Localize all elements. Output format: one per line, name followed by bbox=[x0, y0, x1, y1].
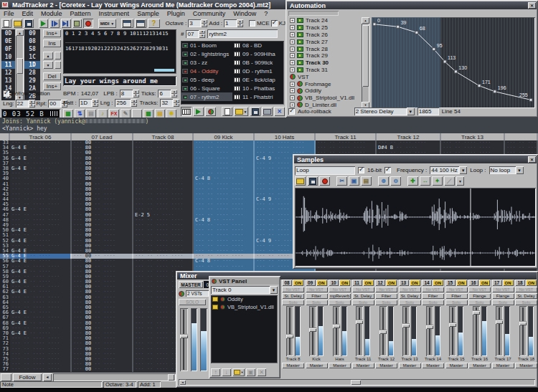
menu-item-edit[interactable]: Edit bbox=[22, 10, 34, 17]
channel-on-button[interactable]: ON bbox=[456, 279, 467, 286]
vst-save-icon[interactable]: ▣ bbox=[246, 368, 255, 376]
expander-icon[interactable]: + bbox=[290, 47, 295, 52]
order-position-item[interactable]: 13 bbox=[1, 77, 15, 85]
pattern-cell[interactable]: ··· ·· ···· ···· bbox=[505, 140, 538, 145]
pattern-cell[interactable]: ··· ·· ···· ···· bbox=[10, 362, 72, 367]
channel-output-button[interactable]: Master bbox=[422, 363, 444, 368]
channel-fader-handle[interactable] bbox=[473, 310, 480, 315]
channel-fx-button[interactable]: St. Delay bbox=[515, 293, 537, 299]
pattern-cell[interactable]: ··· ·· ···· ···· bbox=[377, 140, 441, 145]
instrument-item[interactable]: 08 - BD bbox=[232, 41, 284, 49]
automation-tree-item[interactable]: VST bbox=[288, 73, 361, 80]
order-pattern-item[interactable]: 08 bbox=[24, 37, 40, 45]
pattern-cell[interactable]: G-4 E ·· ···· bbox=[10, 259, 72, 264]
song-title-field[interactable]: Lay your wings around me bbox=[63, 76, 176, 86]
tracker-hscroll-thumb[interactable] bbox=[168, 374, 174, 381]
config-icon[interactable]: ✎ bbox=[123, 110, 128, 117]
automation-tree-item[interactable]: +Track 26 bbox=[288, 32, 361, 39]
automation-tree-item[interactable]: +Oddity bbox=[288, 87, 361, 95]
stop-button[interactable] bbox=[72, 19, 82, 28]
pattern-cell[interactable]: ··· ·· ···· ···· bbox=[10, 285, 72, 290]
frequency-dropdown-icon[interactable]: ▼ bbox=[459, 166, 467, 174]
play-pattern-button[interactable] bbox=[49, 19, 60, 28]
channel-solo-button[interactable]: Solo bbox=[515, 300, 537, 305]
pattern-cell[interactable]: ··· ·· ···· ···· bbox=[10, 357, 72, 362]
master-solo-button[interactable]: SOLO bbox=[179, 299, 206, 305]
expander-icon[interactable]: + bbox=[290, 95, 295, 100]
tracker-hscrollbar[interactable] bbox=[53, 373, 176, 381]
menu-item-pattern[interactable]: Pattern bbox=[70, 10, 91, 17]
instrument-item[interactable]: 0D - rythm1 bbox=[232, 67, 284, 75]
pattern-cell[interactable]: C-4 8 ·· ···· bbox=[194, 176, 255, 181]
instrument-item[interactable]: 02 - lightstrings bbox=[181, 49, 232, 58]
automation-tree-item[interactable]: +VB_Striptool_V1.dll bbox=[288, 95, 361, 102]
pattern-cell[interactable]: ··· 00 ·· ···· bbox=[72, 295, 133, 300]
vst-move-up-icon[interactable]: ↑ bbox=[211, 368, 220, 376]
channel-number[interactable]: 15 bbox=[445, 279, 456, 286]
order-pattern-item[interactable]: 1D bbox=[24, 61, 40, 69]
pattern-cell[interactable]: ··· ·· ···· ···· bbox=[194, 213, 255, 218]
pattern-cell[interactable]: ··· 00 ·· ···· bbox=[72, 315, 133, 320]
order-pattern-item[interactable]: 28 bbox=[24, 69, 40, 77]
stretch-icon[interactable]: ↔ bbox=[423, 178, 428, 184]
tracker-corner-button[interactable] bbox=[1, 373, 11, 381]
app-titlebar[interactable]: M MadTracker 2 - [Coretex - Lay Your Win… bbox=[0, 0, 285, 9]
pattern-cell[interactable]: ··· ·· ···· ···· bbox=[10, 315, 72, 320]
pattern-length-stepper[interactable]: 256▲▼ bbox=[115, 99, 137, 107]
zoom-in-icon[interactable]: ⊕ bbox=[381, 178, 386, 184]
channel-output-button[interactable]: Master bbox=[375, 363, 397, 368]
pattern-cell[interactable]: ··· ·· ···· ···· bbox=[194, 150, 255, 156]
pattern-cell[interactable]: ··· 00 ·· ···· bbox=[72, 264, 133, 269]
pattern-cell[interactable]: ··· 00 ·· ···· bbox=[72, 367, 133, 372]
sample-open-icon[interactable] bbox=[296, 178, 304, 184]
pattern-cell[interactable]: ··· 00 ·· ···· bbox=[72, 171, 133, 176]
order-position-item[interactable]: 0E bbox=[1, 37, 15, 45]
vst-target-select[interactable]: Track 0 ▼ bbox=[211, 286, 278, 294]
channel-fader[interactable] bbox=[379, 306, 387, 356]
vst-panel-item[interactable]: VB_Striptool_V1.dll bbox=[211, 303, 278, 311]
order-position-item[interactable]: 12 bbox=[1, 69, 15, 77]
order-pattern-item[interactable]: 58 bbox=[24, 45, 40, 53]
pattern-cell[interactable]: ··· ·· ···· ···· bbox=[194, 161, 255, 166]
tracks-stepper[interactable]: 32▲▼ bbox=[160, 99, 179, 107]
pattern-editor-icon[interactable]: ▦ bbox=[65, 110, 71, 117]
channel-fader[interactable] bbox=[356, 306, 363, 356]
automation-close-icon[interactable]: ✕ bbox=[528, 2, 536, 9]
channel-number[interactable]: 16 bbox=[468, 279, 478, 286]
track-header[interactable]: Track 13 bbox=[441, 133, 505, 140]
draw-icon[interactable]: ／ bbox=[447, 177, 453, 185]
pattern-cell[interactable]: ··· ·· ···· ···· bbox=[10, 305, 72, 310]
pattern-cell[interactable]: ··· ·· ···· ···· bbox=[133, 171, 194, 176]
expander-icon[interactable]: + bbox=[290, 53, 295, 58]
channel-output-button[interactable]: Master bbox=[399, 363, 421, 368]
pattern-cell[interactable]: ··· 80 ·· ···· bbox=[72, 259, 133, 264]
automation-tree-item[interactable]: +Track 24 bbox=[288, 17, 361, 24]
master-fader-zone[interactable] bbox=[180, 308, 207, 371]
pattern-cell[interactable]: ··· 80 ·· ···· bbox=[72, 290, 133, 295]
pattern-cell[interactable]: ··· ·· ···· ···· bbox=[133, 161, 194, 166]
sample-name-field[interactable]: Loop bbox=[295, 166, 355, 175]
play-button[interactable] bbox=[39, 19, 49, 28]
ticks-stepper[interactable]: 6▲▼ bbox=[158, 90, 177, 97]
pattern-cell[interactable]: ··· ·· ···· ···· bbox=[10, 202, 72, 207]
pattern-cell[interactable]: ··· ·· ···· ···· bbox=[10, 150, 72, 156]
menu-item-help[interactable]: ? bbox=[264, 10, 268, 17]
pattern-cell[interactable]: ··· ·· ···· ···· bbox=[10, 171, 72, 176]
pattern-cell[interactable]: ··· 80 ·· ···· bbox=[72, 207, 133, 212]
pattern-stepper[interactable]: 1D▲▼ bbox=[79, 99, 98, 107]
pattern-cell[interactable]: ··· ·· ···· ···· bbox=[133, 182, 194, 187]
mixer-scroll-left-icon[interactable]: ◄ bbox=[179, 380, 186, 385]
pattern-cell[interactable]: G-4 E ·· ···· bbox=[10, 310, 72, 315]
pattern-cell[interactable]: ··· ·· ···· ···· bbox=[133, 156, 194, 161]
automation-value-field[interactable]: 1865 bbox=[417, 107, 439, 115]
automation-tree-item[interactable]: +Track 29 bbox=[288, 52, 361, 59]
master-tab[interactable]: MASTER bbox=[179, 281, 203, 288]
pattern-cell[interactable]: ··· ·· ···· ···· bbox=[194, 145, 255, 150]
automation-graph[interactable]: 0396895113130171196255 bbox=[372, 17, 535, 108]
sample-tool-dropdown-icon[interactable]: ▼ bbox=[456, 176, 464, 186]
cut-icon[interactable]: ✂ bbox=[339, 178, 344, 184]
channel-fader-handle[interactable] bbox=[426, 325, 433, 329]
order-position-item[interactable]: 11 bbox=[1, 61, 15, 69]
order-position-item[interactable]: 0D bbox=[1, 29, 15, 37]
expander-icon[interactable]: + bbox=[290, 82, 295, 87]
